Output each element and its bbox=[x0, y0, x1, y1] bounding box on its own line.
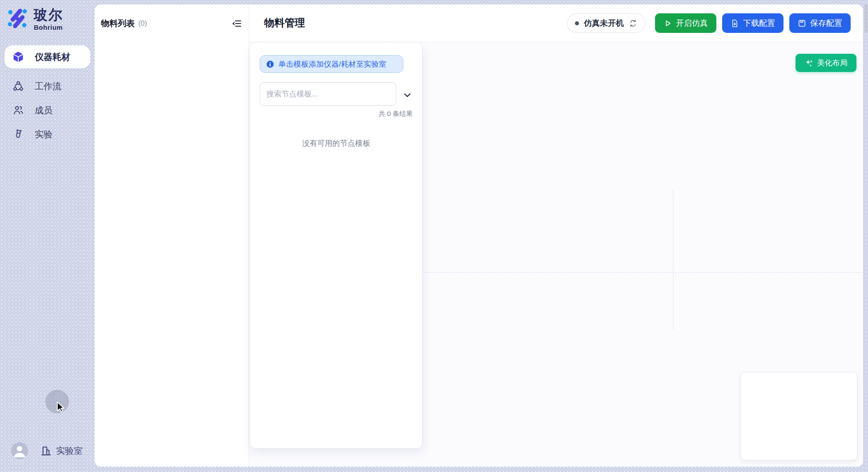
expand-filters-button[interactable] bbox=[402, 89, 413, 101]
building-icon bbox=[40, 445, 52, 457]
sidebar-footer: 实验室 bbox=[11, 442, 83, 459]
beautify-layout-button[interactable]: 美化布局 bbox=[796, 54, 856, 72]
material-list-panel: 物料列表 (0) bbox=[95, 4, 249, 467]
minimap[interactable] bbox=[740, 372, 857, 460]
mouse-cursor-icon bbox=[55, 400, 67, 413]
simulation-status-pill: 仿真未开机 bbox=[567, 13, 645, 33]
cube-icon bbox=[12, 51, 24, 63]
node-template-panel: 单击模板添加仪器/耗材至实验室 共 0 条结果 没有可用的节点模板 bbox=[250, 43, 423, 448]
sidebar-item-label: 工作流 bbox=[35, 80, 61, 92]
main-area: 物料管理 仿真未开机 开启仿真 bbox=[249, 4, 863, 467]
sidebar-item-workflow[interactable]: 工作流 bbox=[4, 75, 90, 98]
refresh-icon[interactable] bbox=[629, 19, 637, 28]
sidebar-item-experiments[interactable]: 实验 bbox=[4, 123, 90, 146]
hint-banner-text: 单击模板添加仪器/耗材至实验室 bbox=[278, 59, 386, 69]
sidebar-item-label: 实验 bbox=[35, 128, 52, 140]
vertical-scrollbar[interactable] bbox=[864, 4, 868, 33]
material-list-title: 物料列表 bbox=[101, 18, 135, 29]
lab-link[interactable]: 实验室 bbox=[56, 445, 83, 457]
start-simulation-label: 开启仿真 bbox=[676, 18, 708, 28]
horizontal-guide-line bbox=[424, 272, 863, 273]
result-count: 共 0 条结果 bbox=[378, 110, 413, 118]
sidebar-item-label: 成员 bbox=[35, 104, 52, 116]
flow-canvas[interactable]: 单击模板添加仪器/耗材至实验室 共 0 条结果 没有可用的节点模板 美化布局 bbox=[249, 42, 863, 467]
main-header: 物料管理 仿真未开机 开启仿真 bbox=[249, 4, 863, 42]
empty-state-text: 没有可用的节点模板 bbox=[250, 138, 422, 148]
sidebar-item-label: 仪器耗材 bbox=[35, 51, 70, 63]
save-config-label: 保存配置 bbox=[810, 18, 842, 28]
workflow-icon bbox=[12, 80, 24, 92]
hint-banner: 单击模板添加仪器/耗材至实验室 bbox=[260, 55, 403, 73]
sparkles-icon bbox=[805, 59, 814, 68]
chevron-down-icon bbox=[402, 90, 412, 100]
members-icon bbox=[12, 104, 24, 116]
test-tube-icon bbox=[12, 128, 24, 140]
content-area: 物料列表 (0) 物料管理 仿真未开机 bbox=[95, 4, 863, 467]
brand-subtitle: Bohrium bbox=[34, 24, 63, 31]
vertical-guide-line bbox=[673, 190, 674, 329]
logo-icon bbox=[6, 7, 28, 29]
collapse-panel-button[interactable] bbox=[232, 18, 242, 29]
page-title: 物料管理 bbox=[264, 16, 305, 30]
avatar[interactable] bbox=[11, 442, 28, 459]
brand-name: 玻尔 bbox=[34, 7, 63, 23]
status-dot-icon bbox=[575, 21, 579, 25]
start-simulation-button[interactable]: 开启仿真 bbox=[655, 13, 716, 33]
sidebar-item-instruments[interactable]: 仪器耗材 bbox=[4, 45, 90, 68]
save-config-button[interactable]: 保存配置 bbox=[789, 13, 851, 33]
user-icon bbox=[11, 442, 28, 459]
sidebar-item-members[interactable]: 成员 bbox=[4, 99, 90, 122]
brand-logo: 玻尔 Bohrium bbox=[6, 7, 63, 31]
download-config-button[interactable]: 下载配置 bbox=[722, 13, 784, 33]
material-list-count: (0) bbox=[138, 20, 147, 28]
info-icon bbox=[266, 60, 274, 68]
play-icon bbox=[663, 19, 672, 28]
file-download-icon bbox=[731, 19, 739, 28]
beautify-layout-label: 美化布局 bbox=[817, 58, 848, 68]
header-controls: 仿真未开机 开启仿真 bbox=[567, 13, 851, 33]
save-icon bbox=[798, 19, 806, 28]
download-config-label: 下载配置 bbox=[743, 18, 775, 28]
simulation-status-text: 仿真未开机 bbox=[584, 18, 624, 28]
search-input[interactable] bbox=[260, 82, 396, 106]
menu-fold-icon bbox=[232, 18, 242, 29]
